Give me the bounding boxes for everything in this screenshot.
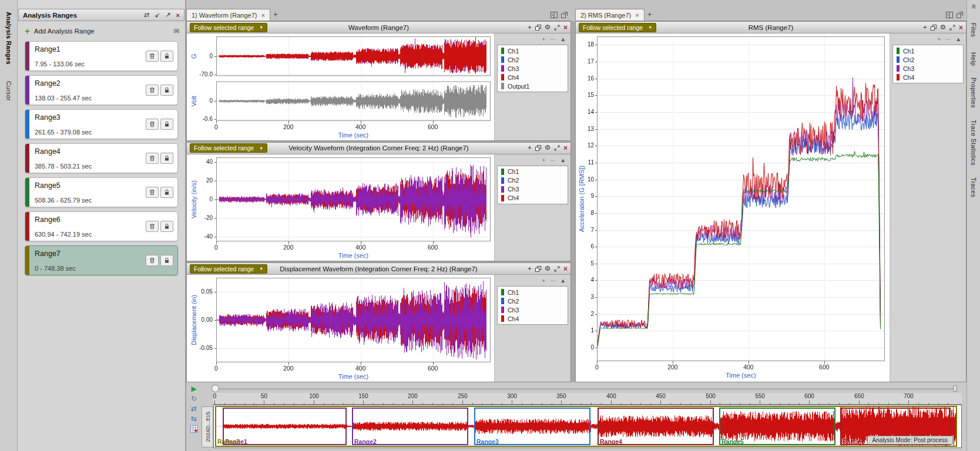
side-tab-trace-statistics[interactable]: Trace Statistics (970, 120, 977, 166)
rms-plot[interactable] (576, 33, 890, 382)
tab-waveform-range7[interactable]: 1) Waveform (Range7) × (186, 9, 270, 21)
copy-icon[interactable] (535, 25, 541, 31)
delete-range-button[interactable] (146, 85, 159, 96)
envelope-icon[interactable]: ✉ (173, 27, 179, 35)
add-trace-icon[interactable]: + (528, 265, 532, 272)
legend-item-ch2[interactable]: Ch2 (893, 55, 963, 64)
shuffle-icon[interactable]: ⇆ (191, 415, 197, 422)
side-tab-properties[interactable]: Properties (970, 78, 977, 108)
velocity-plot[interactable] (187, 154, 494, 261)
legend-item-ch4[interactable]: Ch4 (893, 73, 963, 82)
legend-item-ch1[interactable]: Ch1 (498, 46, 568, 55)
analysis-range-card-range5[interactable]: Range5508.36 - 625.79 sec (25, 177, 178, 207)
timeline-file-tab[interactable]: 2024D...815 (202, 406, 213, 447)
lock-range-button[interactable] (160, 153, 173, 164)
lock-range-button[interactable] (160, 85, 173, 96)
copy-icon[interactable] (931, 25, 937, 31)
loop-icon[interactable]: ⇄ (191, 405, 197, 412)
settings-gear-icon[interactable]: ⚙ (940, 24, 946, 31)
analysis-range-card-range1[interactable]: Range17.95 - 133.06 sec (25, 41, 178, 71)
lock-range-button[interactable] (160, 119, 173, 130)
legend-item-ch3[interactable]: Ch3 (498, 305, 568, 314)
legend-item-ch4[interactable]: Ch4 (498, 314, 568, 323)
popout-window-icon[interactable] (561, 12, 568, 18)
new-pane-icon[interactable] (551, 12, 558, 18)
slider-track[interactable] (214, 388, 955, 390)
expand-icon[interactable] (949, 25, 955, 31)
more-icon[interactable]: ⋯ (550, 36, 556, 42)
follow-selected-range-dropdown[interactable]: Follow selected range ▼ (190, 264, 267, 274)
copy-icon[interactable] (535, 145, 541, 151)
close-icon[interactable]: × (176, 12, 180, 19)
legend-item-ch4[interactable]: Ch4 (498, 73, 568, 82)
legend-item-ch3[interactable]: Ch3 (498, 64, 568, 73)
slider-left-handle[interactable] (212, 385, 219, 392)
legend-item-ch4[interactable]: Ch4 (498, 194, 568, 203)
refresh-icon[interactable]: ↻ (191, 395, 197, 402)
displacement-plot[interactable] (187, 275, 494, 382)
collapse-icon[interactable]: ▲ (561, 277, 566, 284)
close-panel-icon[interactable]: × (563, 265, 568, 272)
copy-icon[interactable] (535, 266, 541, 272)
expand-icon[interactable] (554, 25, 560, 31)
more-icon[interactable]: ⋯ (550, 157, 556, 163)
legend-item-ch1[interactable]: Ch1 (893, 46, 963, 55)
delete-range-button[interactable] (146, 221, 159, 232)
collapse-icon[interactable]: ▲ (956, 36, 961, 42)
dock-icon[interactable]: ↙ (155, 11, 160, 19)
analysis-range-card-range4[interactable]: Range4385.78 - 503.21 sec (25, 143, 178, 173)
lock-range-button[interactable] (160, 255, 173, 266)
settings-gear-icon[interactable]: ⚙ (545, 265, 551, 272)
grid-record-icon[interactable] (190, 425, 198, 434)
legend-item-ch2[interactable]: Ch2 (498, 176, 568, 185)
add-icon[interactable]: + (542, 157, 546, 163)
collapse-icon[interactable]: ▲ (561, 157, 566, 163)
play-button[interactable]: ▶ (191, 385, 196, 392)
settings-gear-icon[interactable]: ⚙ (545, 144, 551, 152)
add-icon[interactable]: + (542, 36, 546, 42)
lock-range-button[interactable] (160, 187, 173, 198)
legend-item-ch2[interactable]: Ch2 (498, 55, 568, 64)
add-trace-icon[interactable]: + (923, 24, 927, 31)
side-tab-analysis-ranges[interactable]: Analysis Ranges (5, 12, 12, 65)
lock-range-button[interactable] (160, 51, 173, 62)
delete-range-button[interactable] (146, 153, 159, 164)
waveform-plot[interactable] (187, 33, 494, 140)
legend-item-ch2[interactable]: Ch2 (498, 297, 568, 305)
popout-window-icon[interactable] (956, 12, 963, 18)
legend-item-output1[interactable]: Output1 (498, 82, 568, 90)
side-tab-traces[interactable]: Traces (970, 177, 977, 197)
close-panel-icon[interactable]: × (563, 24, 568, 31)
new-tab-button[interactable]: + (270, 10, 281, 19)
swap-icon[interactable]: ⇄ (144, 11, 149, 19)
analysis-range-card-range7[interactable]: Range70 - 748.38 sec (25, 245, 178, 275)
delete-range-button[interactable] (146, 187, 159, 198)
menu-icon[interactable]: ≡ (971, 3, 975, 10)
analysis-range-card-range3[interactable]: Range3261.65 - 379.08 sec (25, 109, 178, 139)
delete-range-button[interactable] (146, 51, 159, 62)
legend-item-ch1[interactable]: Ch1 (498, 288, 568, 297)
side-tab-files[interactable]: Files (970, 23, 977, 37)
timeline-zoom-slider[interactable] (213, 383, 962, 393)
legend-item-ch1[interactable]: Ch1 (498, 167, 568, 176)
lock-range-button[interactable] (160, 221, 173, 232)
side-tab-help[interactable]: Help (970, 52, 977, 66)
timeline-ruler[interactable] (213, 393, 962, 405)
more-icon[interactable]: ⋯ (550, 277, 556, 284)
add-icon[interactable]: + (542, 277, 546, 284)
add-icon[interactable]: + (938, 36, 941, 42)
close-panel-icon[interactable]: × (959, 24, 963, 31)
settings-gear-icon[interactable]: ⚙ (545, 24, 551, 31)
delete-range-button[interactable] (146, 119, 159, 130)
follow-selected-range-dropdown[interactable]: Follow selected range ▼ (579, 23, 656, 32)
tab-close-icon[interactable]: × (635, 12, 639, 19)
delete-range-button[interactable] (146, 255, 159, 266)
add-trace-icon[interactable]: + (528, 144, 532, 152)
analysis-range-card-range2[interactable]: Range2138.03 - 255.47 sec (25, 75, 178, 105)
tab-rms-range7[interactable]: 2) RMS (Range7) × (575, 9, 645, 21)
close-panel-icon[interactable]: × (563, 144, 568, 152)
tab-close-icon[interactable]: × (261, 12, 264, 19)
slider-right-handle[interactable] (953, 385, 957, 392)
expand-icon[interactable] (554, 266, 560, 272)
expand-icon[interactable] (554, 145, 560, 151)
